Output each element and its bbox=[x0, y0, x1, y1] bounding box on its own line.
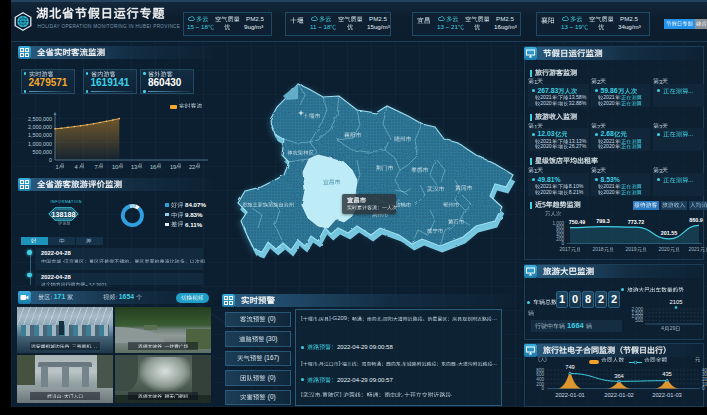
svg-text:16: 16 bbox=[150, 164, 156, 170]
svg-text:860.9: 860.9 bbox=[689, 217, 703, 223]
svg-text:600: 600 bbox=[556, 229, 564, 234]
svg-text:1,000: 1,000 bbox=[632, 314, 644, 319]
svg-text:200: 200 bbox=[536, 382, 544, 387]
svg-text:0: 0 bbox=[702, 386, 705, 391]
svg-text:22: 22 bbox=[189, 164, 195, 170]
svg-text:13: 13 bbox=[131, 164, 137, 170]
svg-text:800: 800 bbox=[536, 368, 544, 373]
svg-text:1,500: 1,500 bbox=[632, 311, 644, 316]
svg-text:2,500,000: 2,500,000 bbox=[28, 116, 52, 122]
svg-text:19: 19 bbox=[170, 164, 176, 170]
svg-text:200: 200 bbox=[702, 377, 707, 382]
svg-text:750.49: 750.49 bbox=[569, 219, 586, 225]
svg-text:2,000,000: 2,000,000 bbox=[28, 124, 52, 130]
svg-text:400: 400 bbox=[556, 233, 564, 238]
svg-text:7: 7 bbox=[94, 164, 97, 170]
svg-text:0: 0 bbox=[49, 157, 52, 163]
svg-text:749: 749 bbox=[565, 364, 575, 370]
svg-text:600: 600 bbox=[536, 372, 544, 377]
svg-text:4: 4 bbox=[74, 164, 77, 170]
svg-text:500,000: 500,000 bbox=[33, 149, 53, 155]
svg-text:0: 0 bbox=[561, 241, 564, 246]
svg-text:1: 1 bbox=[55, 164, 58, 170]
svg-text:435: 435 bbox=[662, 371, 672, 377]
svg-text:500: 500 bbox=[635, 318, 643, 323]
svg-text:201.55: 201.55 bbox=[661, 230, 678, 236]
svg-text:799.3: 799.3 bbox=[596, 218, 610, 224]
svg-text:100: 100 bbox=[702, 382, 707, 387]
svg-text:0: 0 bbox=[541, 386, 544, 391]
svg-text:2105: 2105 bbox=[670, 299, 683, 305]
svg-text:800: 800 bbox=[556, 225, 564, 230]
svg-text:364: 364 bbox=[614, 373, 624, 379]
svg-text:2,000: 2,000 bbox=[632, 307, 644, 312]
svg-text:400: 400 bbox=[536, 377, 544, 382]
svg-text:300: 300 bbox=[702, 372, 707, 377]
svg-text:400: 400 bbox=[702, 368, 707, 373]
svg-text:1,000: 1,000 bbox=[553, 221, 565, 226]
svg-text:1,500,000: 1,500,000 bbox=[28, 132, 52, 138]
svg-text:773.72: 773.72 bbox=[628, 219, 645, 225]
svg-text:200: 200 bbox=[556, 237, 564, 242]
svg-text:1,000,000: 1,000,000 bbox=[28, 141, 52, 147]
svg-text:10: 10 bbox=[112, 164, 118, 170]
